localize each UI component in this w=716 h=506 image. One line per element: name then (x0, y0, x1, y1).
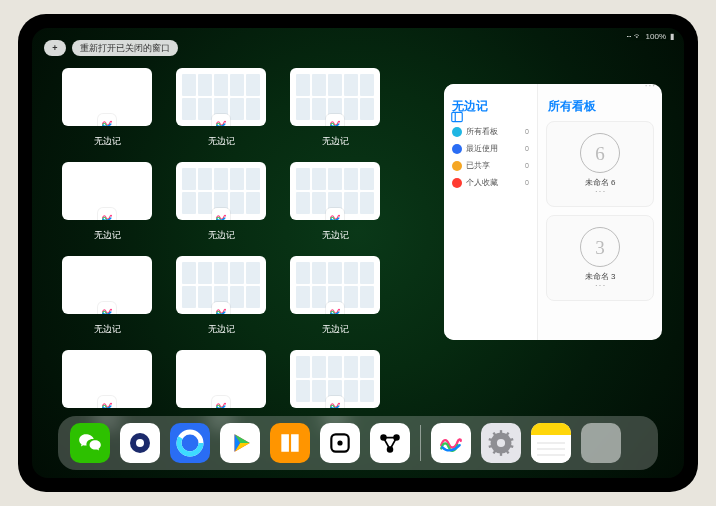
app-badge-icon (98, 208, 116, 220)
nav-label: 最近使用 (466, 143, 498, 154)
panel-ellipsis-button[interactable]: ··· (645, 84, 656, 91)
app-badge-icon (98, 114, 116, 126)
nav-count: 0 (525, 179, 529, 186)
thumbnail-canvas (62, 68, 152, 126)
status-bar: ⋯ ᯤ 100% ▮ (627, 32, 674, 41)
sidebar-panel[interactable]: ··· 无边记 所有看板 0 最近使用 0 已共享 0 个人收藏 0 所有看板 … (444, 84, 662, 340)
dock-app-wechat[interactable] (70, 423, 110, 463)
nav-count: 0 (525, 128, 529, 135)
panel-content: 所有看板 6 未命名 6 · · · 3 未命名 3 · · · (538, 84, 662, 340)
thumbnail-label: 无边记 (208, 135, 235, 148)
nav-item[interactable]: 所有看板 0 (450, 123, 531, 140)
app-badge-icon (326, 114, 344, 126)
window-thumbnail[interactable]: 无边记 (290, 162, 380, 242)
thumbnail-label: 无边记 (322, 229, 349, 242)
nav-count: 0 (525, 145, 529, 152)
battery-status: 100% (646, 32, 666, 41)
thumbnail-label: 无边记 (208, 323, 235, 336)
nav-dot-icon (452, 161, 462, 171)
thumbnail-label: 无边记 (322, 135, 349, 148)
battery-icon: ▮ (670, 32, 674, 41)
window-thumbnail[interactable]: 无边记 (176, 68, 266, 148)
new-window-button[interactable]: + (44, 40, 66, 56)
panel-right-title: 所有看板 (548, 98, 654, 115)
window-thumbnail[interactable]: 无边记 (290, 256, 380, 336)
dock-app-notes[interactable] (531, 423, 571, 463)
thumbnail-canvas (290, 68, 380, 126)
thumbnail-canvas (62, 350, 152, 408)
board-meta: · · · (595, 188, 605, 195)
window-thumbnail[interactable]: 无边记 (62, 68, 152, 148)
nav-label: 所有看板 (466, 126, 498, 137)
dock-app-freeform[interactable] (431, 423, 471, 463)
app-badge-icon (326, 302, 344, 314)
thumbnail-canvas (290, 256, 380, 314)
svg-text:3: 3 (595, 237, 605, 258)
dock-divider (420, 425, 421, 461)
dock-app-settings[interactable] (481, 423, 521, 463)
thumbnail-label: 无边记 (322, 323, 349, 336)
app-badge-icon (212, 396, 230, 408)
ipad-frame: ⋯ ᯤ 100% ▮ + 重新打开已关闭的窗口 无边记 无边记 无边记 (18, 14, 698, 492)
window-thumbnail[interactable]: 无边记 (290, 68, 380, 148)
window-thumbnail[interactable]: 无边记 (176, 162, 266, 242)
nav-dot-icon (452, 144, 462, 154)
thumbnail-canvas (290, 350, 380, 408)
top-left-controls: + 重新打开已关闭的窗口 (44, 40, 178, 56)
app-badge-icon (326, 208, 344, 220)
nav-label: 个人收藏 (466, 177, 498, 188)
app-badge-icon (98, 302, 116, 314)
thumbnail-canvas (176, 350, 266, 408)
dock-app-dice[interactable] (320, 423, 360, 463)
thumbnail-label: 无边记 (94, 135, 121, 148)
screen: ⋯ ᯤ 100% ▮ + 重新打开已关闭的窗口 无边记 无边记 无边记 (32, 28, 684, 478)
nav-item[interactable]: 已共享 0 (450, 157, 531, 174)
dock-app-play[interactable] (220, 423, 260, 463)
sidebar-toggle-icon[interactable] (450, 110, 464, 124)
board-card[interactable]: 3 未命名 3 · · · (546, 215, 654, 301)
svg-rect-19 (500, 430, 502, 435)
wifi-icon: ⋯ ᯤ (627, 32, 641, 41)
thumbnail-label: 无边记 (94, 229, 121, 242)
svg-rect-29 (531, 423, 571, 435)
svg-point-13 (337, 440, 342, 445)
nav-dot-icon (452, 178, 462, 188)
reopen-closed-window-button[interactable]: 重新打开已关闭的窗口 (72, 40, 178, 56)
dock-app-quark[interactable] (120, 423, 160, 463)
window-thumbnail[interactable]: 无边记 (176, 256, 266, 336)
app-badge-icon (326, 396, 344, 408)
app-badge-icon (98, 396, 116, 408)
thumbnail-label: 无边记 (208, 229, 235, 242)
board-meta: · · · (595, 282, 605, 289)
nav-label: 已共享 (466, 160, 490, 171)
nav-count: 0 (525, 162, 529, 169)
window-grid: 无边记 无边记 无边记 无边记 无边记 (62, 68, 422, 430)
dock (58, 416, 658, 470)
window-thumbnail[interactable]: 无边记 (62, 256, 152, 336)
thumbnail-label: 无边记 (94, 323, 121, 336)
svg-rect-0 (452, 112, 463, 121)
nav-dot-icon (452, 127, 462, 137)
board-preview: 6 (580, 133, 620, 173)
thumbnail-canvas (176, 256, 266, 314)
thumbnail-canvas (290, 162, 380, 220)
thumbnail-canvas (62, 256, 152, 314)
board-name: 未命名 3 (585, 271, 616, 282)
app-badge-icon (212, 302, 230, 314)
thumbnail-canvas (176, 162, 266, 220)
dock-recent-stack[interactable] (581, 423, 621, 463)
nav-item[interactable]: 个人收藏 0 (450, 174, 531, 191)
dock-app-nodes[interactable] (370, 423, 410, 463)
board-name: 未命名 6 (585, 177, 616, 188)
app-badge-icon (212, 208, 230, 220)
thumbnail-canvas (176, 68, 266, 126)
board-preview: 3 (580, 227, 620, 267)
dock-app-books[interactable] (270, 423, 310, 463)
svg-point-18 (497, 439, 505, 447)
svg-point-5 (136, 439, 144, 447)
dock-app-qqbrowser[interactable] (170, 423, 210, 463)
window-thumbnail[interactable]: 无边记 (62, 162, 152, 242)
nav-item[interactable]: 最近使用 0 (450, 140, 531, 157)
svg-text:6: 6 (595, 143, 605, 164)
board-card[interactable]: 6 未命名 6 · · · (546, 121, 654, 207)
